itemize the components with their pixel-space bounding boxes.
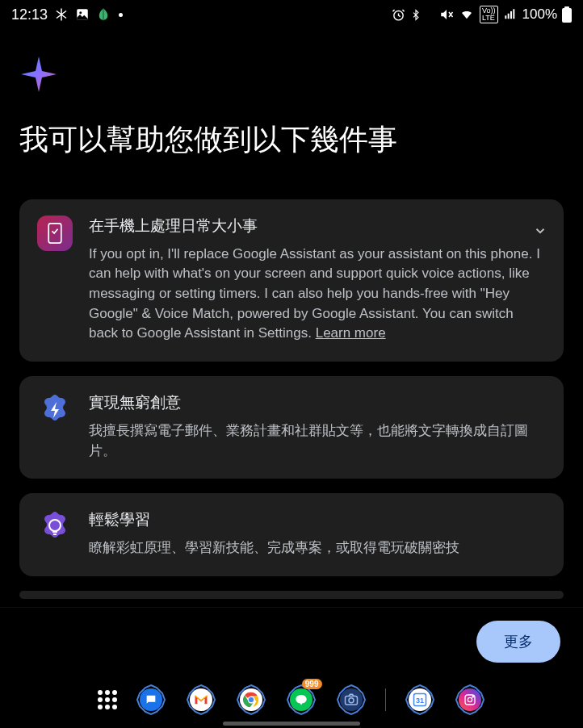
more-button[interactable]: 更多: [476, 621, 560, 663]
card-creativity[interactable]: 實現無窮創意 我擅長撰寫電子郵件、業務計畫和社群貼文等，也能將文字轉換成自訂圖片…: [19, 376, 564, 479]
svg-point-10: [349, 698, 354, 703]
card-learning[interactable]: 輕鬆學習 瞭解彩虹原理、學習新技能、完成專案，或取得電玩破關密技: [19, 493, 564, 576]
nav-app-calendar[interactable]: 31: [404, 684, 436, 716]
footer-bar: 更多: [0, 607, 583, 675]
snowflake-icon: [54, 7, 69, 22]
leaf-icon: [96, 7, 111, 22]
nav-app-line[interactable]: 999: [285, 684, 317, 716]
svg-text:31: 31: [415, 697, 423, 705]
lightning-icon: [37, 392, 73, 428]
card-phone-tasks[interactable]: 在手機上處理日常大小事 If you opt in, I'll replace …: [19, 199, 564, 362]
card-title: 實現無窮創意: [89, 392, 546, 413]
battery-icon: [562, 6, 572, 23]
signal-icon: [503, 8, 518, 21]
nav-app-camera[interactable]: [335, 684, 367, 716]
status-bar: 12:13 Vo))LTE 100%: [0, 0, 583, 29]
nav-app-chrome[interactable]: [235, 684, 267, 716]
card-next-peek: [19, 591, 564, 599]
card-body: 輕鬆學習 瞭解彩虹原理、學習新技能、完成專案，或取得電玩破關密技: [89, 509, 546, 559]
battery-text: 100%: [522, 6, 557, 23]
status-right: Vo))LTE 100%: [392, 6, 572, 23]
learn-more-link[interactable]: Learn more: [316, 325, 386, 341]
image-icon: [75, 7, 90, 22]
nav-app-gmail[interactable]: [185, 684, 217, 716]
svg-point-1: [79, 11, 82, 14]
svg-rect-4: [564, 6, 569, 9]
card-title: 輕鬆學習: [89, 509, 546, 530]
status-time: 12:13: [11, 6, 48, 23]
svg-point-15: [472, 697, 473, 697]
gesture-bar[interactable]: [223, 722, 360, 726]
alarm-icon: [392, 8, 405, 22]
card-body: 在手機上處理日常大小事 If you opt in, I'll replace …: [89, 215, 546, 344]
gemini-sparkle-icon: [19, 55, 564, 97]
card-description: If you opt in, I'll replace Google Assis…: [89, 245, 546, 344]
card-description: 我擅長撰寫電子郵件、業務計畫和社群貼文等，也能將文字轉換成自訂圖片。: [89, 421, 546, 461]
mute-icon: [439, 7, 454, 22]
app-drawer-icon[interactable]: [98, 690, 117, 709]
volte-icon: Vo))LTE: [480, 6, 498, 23]
nav-bar: 999 31: [0, 675, 583, 728]
bluetooth-icon: [410, 8, 422, 22]
main-content: 我可以幫助您做到以下幾件事 在手機上處理日常大小事 If you opt in,…: [0, 29, 583, 607]
notification-badge: 999: [302, 679, 322, 689]
status-left: 12:13: [11, 6, 123, 23]
nav-divider: [385, 688, 386, 711]
chevron-down-icon[interactable]: [533, 224, 547, 241]
svg-point-8: [248, 697, 254, 703]
page-heading: 我可以幫助您做到以下幾件事: [19, 121, 564, 159]
wifi-icon: [459, 8, 475, 21]
card-body: 實現無窮創意 我擅長撰寫電子郵件、業務計畫和社群貼文等，也能將文字轉換成自訂圖片…: [89, 392, 546, 461]
card-description: 瞭解彩虹原理、學習新技能、完成專案，或取得電玩破關密技: [89, 538, 546, 559]
nav-app-instagram[interactable]: [454, 684, 486, 716]
phone-checklist-icon: [37, 215, 73, 251]
lightbulb-icon: [37, 509, 73, 545]
nav-app-chat[interactable]: [135, 684, 167, 716]
svg-point-14: [468, 697, 472, 701]
status-dot: [119, 13, 123, 17]
card-title: 在手機上處理日常大小事: [89, 215, 546, 236]
svg-rect-3: [562, 8, 572, 23]
